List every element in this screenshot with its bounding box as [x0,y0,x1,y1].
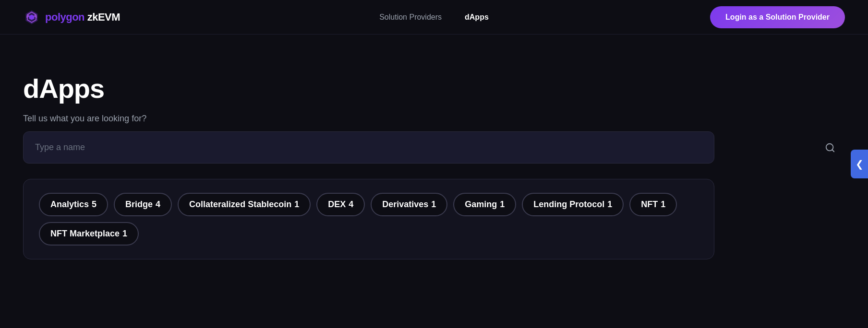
search-icon [825,142,835,153]
filter-tag-label: DEX [328,199,346,210]
filter-tag-label: Lending Protocol [533,199,604,210]
filter-tag[interactable]: Collateralized Stablecoin 1 [178,193,311,216]
search-input[interactable] [23,131,714,164]
logo-text: polygon zkEVM [45,11,120,23]
side-widget-icon: ❮ [856,158,864,170]
logo[interactable]: polygon zkEVM [23,9,120,26]
polygon-logo-icon [23,9,40,26]
filter-tag-label: Collateralized Stablecoin [189,199,291,210]
login-button[interactable]: Login as a Solution Provider [710,6,845,28]
filter-tag-count: 1 [122,229,127,239]
filter-tag-label: Gaming [465,199,497,210]
filter-tag-count: 1 [431,199,436,210]
filter-tag-count: 1 [294,199,299,210]
header: polygon zkEVM Solution Providers dApps L… [0,0,868,35]
filter-tag-count: 4 [156,199,160,210]
filter-container: Analytics 5Bridge 4Collateralized Stable… [23,179,714,259]
search-button[interactable] [825,142,835,153]
filter-tag-count: 4 [349,199,353,210]
filter-tag[interactable]: DEX 4 [316,193,365,216]
filter-tag-count: 1 [607,199,612,210]
filter-tag[interactable]: Derivatives 1 [371,193,447,216]
nav-solution-providers[interactable]: Solution Providers [379,13,442,22]
filter-tag[interactable]: Analytics 5 [39,193,108,216]
filter-tag-count: 5 [92,199,96,210]
filter-tag-label: NFT Marketplace [50,229,120,239]
filter-tag-count: 1 [661,199,665,210]
filter-tag-label: NFT [641,199,658,210]
search-label: Tell us what you are looking for? [23,114,845,124]
filter-tag[interactable]: Gaming 1 [453,193,516,216]
svg-line-1 [832,150,834,152]
filter-tag-label: Analytics [50,199,89,210]
page-title: dApps [23,73,845,104]
filter-tag-label: Derivatives [382,199,428,210]
filter-tag-label: Bridge [125,199,153,210]
side-widget[interactable]: ❮ [851,150,868,178]
filter-tag[interactable]: Lending Protocol 1 [522,193,624,216]
nav: Solution Providers dApps [379,13,489,22]
filter-tag[interactable]: NFT 1 [629,193,677,216]
filter-tag[interactable]: Bridge 4 [114,193,172,216]
search-container [23,131,845,164]
nav-dapps[interactable]: dApps [465,13,489,22]
filter-tag-count: 1 [500,199,505,210]
main-content: dApps Tell us what you are looking for? … [0,35,868,282]
filter-tag[interactable]: NFT Marketplace 1 [39,222,139,246]
filter-tags: Analytics 5Bridge 4Collateralized Stable… [39,193,699,246]
